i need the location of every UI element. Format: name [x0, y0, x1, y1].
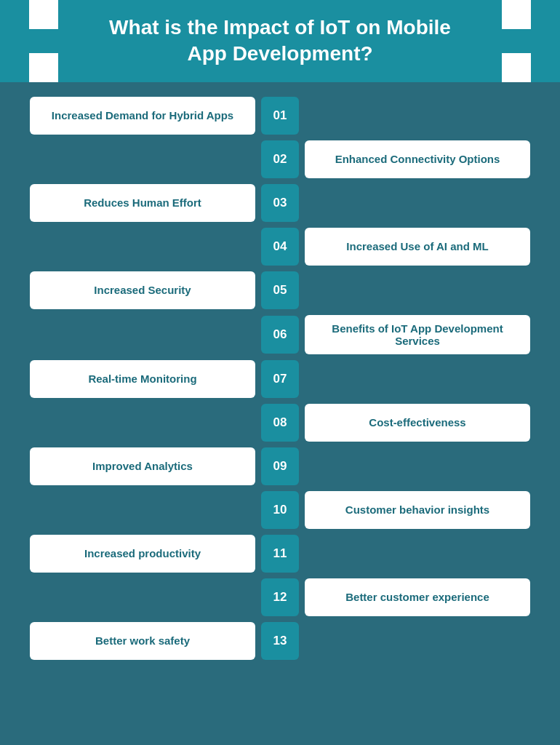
left-label-01: Increased Demand for Hybrid Apps — [30, 97, 255, 135]
right-text-12: Better customer experience — [345, 591, 489, 603]
list-item: 06Benefits of IoT App Development Servic… — [22, 315, 538, 354]
number-label-08: 08 — [273, 415, 287, 430]
header: What is the Impact of IoT on Mobile App … — [0, 0, 560, 82]
number-box-10: 10 — [261, 491, 299, 529]
list-item: 04Increased Use of AI and ML — [22, 228, 538, 266]
list-item: Increased Security05 — [22, 271, 538, 309]
list-item: 02Enhanced Connectivity Options — [22, 140, 538, 178]
right-text-04: Increased Use of AI and ML — [346, 240, 488, 252]
right-label-06: Benefits of IoT App Development Services — [305, 315, 530, 354]
list-item: Improved Analytics09 — [22, 447, 538, 485]
right-text-08: Cost-effectiveness — [369, 416, 465, 429]
left-text-03: Reduces Human Effort — [84, 196, 201, 209]
right-label-08: Cost-effectiveness — [305, 404, 530, 442]
list-item: 12Better customer experience — [22, 578, 538, 616]
number-label-12: 12 — [273, 590, 287, 605]
number-box-05: 05 — [261, 271, 299, 309]
left-text-13: Better work safety — [95, 634, 190, 647]
left-text-09: Improved Analytics — [92, 460, 193, 472]
left-label-07: Real-time Monitoring — [30, 360, 255, 398]
number-box-01: 01 — [261, 97, 299, 135]
left-label-03: Reduces Human Effort — [30, 184, 255, 222]
number-box-12: 12 — [261, 578, 299, 616]
left-label-11: Increased productivity — [30, 535, 255, 573]
number-label-07: 07 — [273, 372, 287, 386]
list-item: 10Customer behavior insights — [22, 491, 538, 529]
number-box-13: 13 — [261, 622, 299, 660]
list-item: 08Cost-effectiveness — [22, 404, 538, 442]
left-label-09: Improved Analytics — [30, 447, 255, 485]
list-item: Increased Demand for Hybrid Apps01 — [22, 97, 538, 135]
number-box-02: 02 — [261, 140, 299, 178]
right-text-10: Customer behavior insights — [345, 503, 489, 516]
number-box-11: 11 — [261, 535, 299, 573]
number-label-06: 06 — [273, 327, 287, 342]
content-area: Increased Demand for Hybrid Apps0102Enha… — [0, 82, 560, 688]
left-text-11: Increased productivity — [84, 547, 201, 559]
number-box-07: 07 — [261, 360, 299, 398]
right-label-12: Better customer experience — [305, 578, 530, 616]
right-label-10: Customer behavior insights — [305, 491, 530, 529]
left-label-13: Better work safety — [30, 622, 255, 660]
number-label-09: 09 — [273, 459, 287, 474]
number-label-13: 13 — [273, 634, 287, 648]
number-label-02: 02 — [273, 152, 287, 167]
number-label-01: 01 — [273, 108, 287, 123]
list-item: Better work safety13 — [22, 622, 538, 660]
number-label-11: 11 — [273, 546, 287, 561]
number-box-09: 09 — [261, 447, 299, 485]
list-item: Real-time Monitoring07 — [22, 360, 538, 398]
number-label-10: 10 — [273, 503, 287, 517]
right-label-04: Increased Use of AI and ML — [305, 228, 530, 266]
left-text-05: Increased Security — [94, 284, 191, 296]
right-label-02: Enhanced Connectivity Options — [305, 140, 530, 178]
left-label-05: Increased Security — [30, 271, 255, 309]
number-box-08: 08 — [261, 404, 299, 442]
right-text-02: Enhanced Connectivity Options — [335, 153, 500, 165]
number-label-05: 05 — [273, 283, 287, 298]
number-box-06: 06 — [261, 316, 299, 354]
list-item: Reduces Human Effort03 — [22, 184, 538, 222]
right-text-06: Benefits of IoT App Development Services — [316, 322, 519, 347]
list-item: Increased productivity11 — [22, 535, 538, 573]
number-box-04: 04 — [261, 228, 299, 266]
number-label-04: 04 — [273, 239, 287, 254]
left-text-07: Real-time Monitoring — [88, 372, 196, 385]
page-title: What is the Impact of IoT on Mobile App … — [7, 15, 553, 68]
number-label-03: 03 — [273, 196, 287, 210]
number-box-03: 03 — [261, 184, 299, 222]
left-text-01: Increased Demand for Hybrid Apps — [52, 109, 233, 121]
